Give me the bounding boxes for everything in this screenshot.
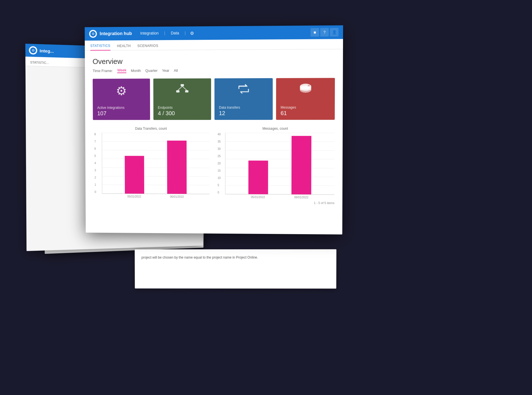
- bar-transfers-2: [167, 141, 187, 194]
- bottom-panel-text: project will be chosen by the name equal…: [141, 255, 258, 259]
- main-nav: Integration | Data | ⚙: [137, 29, 196, 38]
- tile-messages[interactable]: ✉ Messages 61: [276, 78, 335, 120]
- bottom-panel-content: project will be chosen by the name equal…: [135, 249, 336, 266]
- pagination: 1 - 5 of 5 items: [93, 198, 334, 205]
- main-logo: ⚙: [89, 30, 97, 38]
- subnav-statistics[interactable]: STATISTICS: [90, 44, 110, 50]
- subnav-scenarios[interactable]: SCENARIOS: [137, 44, 158, 50]
- scene: ⚙ Integ... ENDPOINT... Correlation In...…: [0, 0, 532, 395]
- svg-rect-2: [185, 90, 188, 92]
- chart-data-transfers: Data Transfers, count 8 7 6 5 4 3 2: [93, 127, 209, 198]
- bars-transfers: [102, 133, 209, 194]
- main-logo-icon: ⚙: [92, 32, 95, 36]
- timeframe-week[interactable]: Week: [117, 68, 127, 73]
- svg-line-3: [178, 86, 182, 90]
- tile-data-transfers[interactable]: Data transfers 12: [214, 78, 273, 120]
- tile-transfers-icon: [237, 83, 251, 97]
- bars-messages: [225, 133, 335, 194]
- mid-logo: ⚙: [29, 46, 37, 55]
- nav-divider: |: [163, 29, 166, 37]
- mid-logo-icon: ⚙: [31, 48, 35, 52]
- timeframe-year[interactable]: Year: [162, 68, 169, 73]
- subnav-health[interactable]: HEALTH: [117, 44, 131, 50]
- tile-endpoints-icon: [176, 83, 189, 97]
- nav-divider2: |: [184, 29, 187, 37]
- svg-point-9: [300, 87, 311, 93]
- app-title: Integration hub: [100, 31, 132, 36]
- bar-messages-2: [291, 136, 311, 194]
- main-titlebar: ⚙ Integration hub Integration | Data | ⚙…: [85, 25, 343, 41]
- timeframe-all[interactable]: All: [174, 68, 178, 73]
- chart-transfers-area: 8 7 6 5 4 3 2 1 0: [102, 133, 209, 194]
- tile-integrations-icon: ⚙: [116, 84, 127, 98]
- tile-integrations-value: 107: [97, 110, 106, 117]
- nav-integration[interactable]: Integration: [137, 30, 162, 38]
- titlebar-icon-monitor[interactable]: ■: [311, 28, 319, 37]
- tile-endpoints-value: 4 / 300: [158, 110, 175, 117]
- nav-gear-icon[interactable]: ⚙: [188, 29, 196, 37]
- main-content: Overview Time Frame: Week Month Quarter …: [85, 49, 343, 212]
- tile-messages-value: 61: [281, 110, 287, 117]
- svg-rect-0: [181, 84, 184, 86]
- tile-messages-label: Messages: [281, 105, 296, 109]
- main-subnav: STATISTICS HEALTH SCENARIOS: [85, 39, 343, 51]
- window-front: ⚙ Integration hub Integration | Data | ⚙…: [85, 25, 343, 234]
- timeframe-month[interactable]: Month: [131, 68, 141, 73]
- chart-messages-x-labels: 05/31/2022 06/01/2022: [225, 194, 334, 199]
- tile-messages-icon: ✉: [298, 83, 313, 99]
- chart-messages: Messages, count 40 35 30 25 20 15 10: [216, 127, 335, 199]
- mid-subnav-item[interactable]: STATISTIC...: [30, 61, 49, 66]
- bar-messages-1: [248, 161, 268, 194]
- titlebar-icon-user[interactable]: 👤: [330, 28, 339, 37]
- tile-transfers-label: Data transfers: [219, 106, 240, 110]
- bar-transfers-1: [125, 156, 144, 194]
- metric-tiles: ⚙ Active Integrations 107 End: [93, 78, 335, 120]
- svg-line-4: [182, 86, 187, 90]
- svg-rect-1: [176, 90, 179, 92]
- chart-messages-area: 40 35 30 25 20 15 10 5 0: [225, 133, 335, 195]
- chart-messages-title: Messages, count: [216, 127, 335, 131]
- timeframe-quarter[interactable]: Quarter: [145, 68, 158, 73]
- titlebar-icon-help[interactable]: ?: [320, 28, 329, 37]
- overview-title: Overview: [93, 56, 335, 66]
- tile-transfers-value: 12: [219, 110, 225, 117]
- nav-data[interactable]: Data: [167, 29, 182, 37]
- tile-endpoints-label: Endpoints: [158, 106, 173, 110]
- tile-integrations-label: Active Integrations: [97, 106, 124, 110]
- mid-title: Integ...: [39, 48, 54, 54]
- tile-endpoints[interactable]: Endpoints 4 / 300: [153, 78, 211, 120]
- charts-row: Data Transfers, count 8 7 6 5 4 3 2: [93, 127, 335, 199]
- window-bottom: project will be chosen by the name equal…: [135, 249, 336, 289]
- tile-active-integrations[interactable]: ⚙ Active Integrations 107: [93, 79, 150, 120]
- titlebar-right-icons: ■ ? 👤: [311, 28, 339, 37]
- chart-transfers-title: Data Transfers, count: [93, 127, 209, 131]
- chart-transfers-y-labels: 8 7 6 5 4 3 2 1 0: [94, 133, 96, 194]
- timeframe-row: Time Frame: Week Month Quarter Year All: [93, 67, 335, 73]
- chart-transfers-x-labels: 05/31/2022 06/01/2022: [102, 194, 209, 199]
- timeframe-label: Time Frame:: [93, 69, 113, 73]
- chart-messages-y-labels: 40 35 30 25 20 15 10 5 0: [218, 133, 221, 194]
- svg-text:✉: ✉: [308, 85, 310, 87]
